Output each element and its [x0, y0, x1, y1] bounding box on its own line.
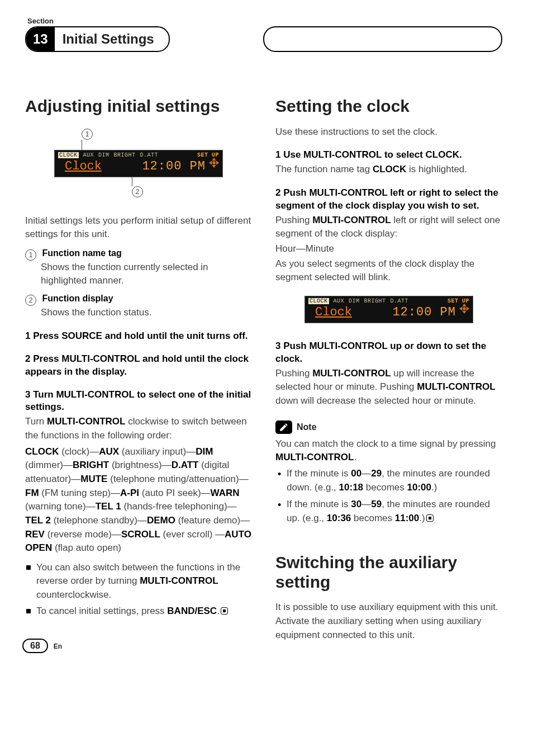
note-icon — [275, 420, 292, 434]
lcd-tag-bright: BRIGHT — [114, 152, 136, 158]
fn1-number: 1 — [25, 249, 36, 261]
lcd2-function-label: Clock — [315, 305, 352, 319]
end-mark-icon — [221, 607, 228, 615]
rstep3-body: Pushing MULTI-CONTROL up will increase t… — [275, 367, 502, 408]
manual-page: Section 13 Initial Settings Adjusting in… — [0, 0, 533, 664]
fn2-body: Shows the function status. — [41, 306, 252, 320]
svg-point-4 — [212, 161, 216, 164]
callout-2: 2 — [132, 186, 143, 197]
svg-marker-5 — [462, 304, 466, 307]
clock-intro: Use these instructions to set the clock. — [275, 125, 502, 139]
svg-point-9 — [463, 307, 466, 310]
aux-body: It is possible to use auxiliary equipmen… — [275, 601, 502, 642]
fn2-number: 2 — [25, 295, 36, 306]
rstep2-tail: As you select segments of the clock disp… — [275, 257, 502, 285]
note-label: Note — [297, 422, 317, 432]
svg-marker-7 — [459, 306, 463, 310]
step3-head: 3 Turn MULTI-CONTROL to select one of th… — [25, 389, 252, 414]
rstep2-body: Pushing MULTI-CONTROL left or right will… — [275, 214, 502, 241]
function-order-list: CLOCK (clock)—AUX (auxiliary input)—DIM … — [25, 445, 252, 555]
lcd2-tag-bright: BRIGHT — [364, 298, 386, 304]
lcd2-tag-dim: DIM — [349, 298, 360, 304]
reverse-note: You can also switch between the function… — [25, 561, 252, 602]
heading-adjusting: Adjusting initial settings — [25, 97, 252, 116]
step3-body-lead: Turn MULTI-CONTROL clockwise to switch b… — [25, 415, 252, 442]
intro-text: Initial settings lets you perform initia… — [25, 214, 252, 242]
section-number: 13 — [26, 27, 55, 51]
lcd-tag-aux: AUX — [83, 152, 94, 158]
lcd-tag-datt: D.ATT — [140, 152, 159, 158]
fn-name-tag-row: 1 Function name tag — [25, 248, 252, 261]
svg-marker-3 — [216, 160, 220, 164]
step2-head: 2 Press MULTI-CONTROL and hold until the… — [25, 353, 252, 379]
svg-marker-8 — [467, 306, 470, 310]
lcd2-tag-aux: AUX — [334, 298, 345, 304]
svg-marker-6 — [462, 310, 466, 314]
lcd-function-label: Clock — [65, 159, 102, 173]
heading-setting-clock: Setting the clock — [275, 97, 502, 116]
lcd-tag-clock: CLOCK — [58, 152, 79, 158]
fn-display-row: 2 Function display — [25, 294, 252, 306]
note-bullet-2: If the minute is 30—59, the minutes are … — [275, 498, 502, 525]
rstep2-head: 2 Push MULTI-CONTROL left or right to se… — [275, 187, 502, 212]
rstep3-head: 3 Push MULTI-CONTROL up or down to set t… — [275, 340, 502, 366]
step1-head: 1 Press SOURCE and hold until the unit t… — [25, 330, 252, 343]
section-tab: 13 Initial Settings — [25, 26, 170, 52]
lcd-figure-1: 1 CLOCK AUX DIM BRIGHT D.ATT SET UP — [25, 127, 252, 197]
svg-marker-0 — [212, 157, 216, 160]
lcd2-time: 12:00 PM — [392, 305, 456, 319]
lcd-time: 12:00 PM — [142, 159, 206, 173]
heading-aux: Switching the auxiliary setting — [275, 553, 502, 592]
rstep1-body: The function name tag CLOCK is highlight… — [275, 163, 502, 177]
cancel-note: To cancel initial settings, press BAND/E… — [25, 604, 252, 618]
multi-control-icon — [208, 157, 220, 169]
fn1-body: Shows the function currently selected in… — [41, 261, 252, 288]
page-number: 68 — [22, 639, 48, 653]
note-bullet-1: If the minute is 00—29, the minutes are … — [275, 467, 502, 494]
svg-marker-2 — [209, 160, 212, 164]
section-label: Section — [27, 17, 502, 25]
lcd-tag-dim: DIM — [98, 152, 110, 158]
fn2-label: Function display — [42, 294, 113, 303]
page-footer: 68 En — [22, 639, 62, 653]
section-title: Initial Settings — [63, 31, 154, 47]
lcd-figure-2: CLOCK AUX DIM BRIGHT D.ATT SET UP Clock … — [275, 296, 502, 323]
note-heading: Note — [275, 420, 502, 434]
fn1-label: Function name tag — [42, 248, 121, 258]
lcd-display-1: CLOCK AUX DIM BRIGHT D.ATT SET UP Clock … — [54, 150, 223, 177]
left-column: Adjusting initial settings 1 CLOCK AUX D… — [25, 97, 252, 648]
end-mark-icon — [426, 514, 434, 522]
header-blank-mid — [288, 26, 478, 52]
page-lang: En — [54, 642, 62, 650]
multi-control-icon — [458, 303, 470, 315]
lcd2-tag-datt: D.ATT — [391, 298, 409, 304]
callout-1: 1 — [82, 129, 93, 140]
hour-minute: Hour—Minute — [275, 242, 502, 256]
lcd2-tag-clock: CLOCK — [308, 298, 329, 304]
page-header: 13 Initial Settings — [25, 26, 502, 52]
svg-marker-1 — [212, 164, 216, 168]
lcd-display-2: CLOCK AUX DIM BRIGHT D.ATT SET UP Clock … — [304, 296, 473, 323]
note-body: You can match the clock to a time signal… — [275, 437, 502, 465]
rstep1-head: 1 Use MULTI-CONTROL to select CLOCK. — [275, 149, 502, 162]
header-blank-right — [478, 26, 502, 52]
header-blank-left — [263, 26, 288, 52]
right-column: Setting the clock Use these instructions… — [275, 97, 502, 648]
